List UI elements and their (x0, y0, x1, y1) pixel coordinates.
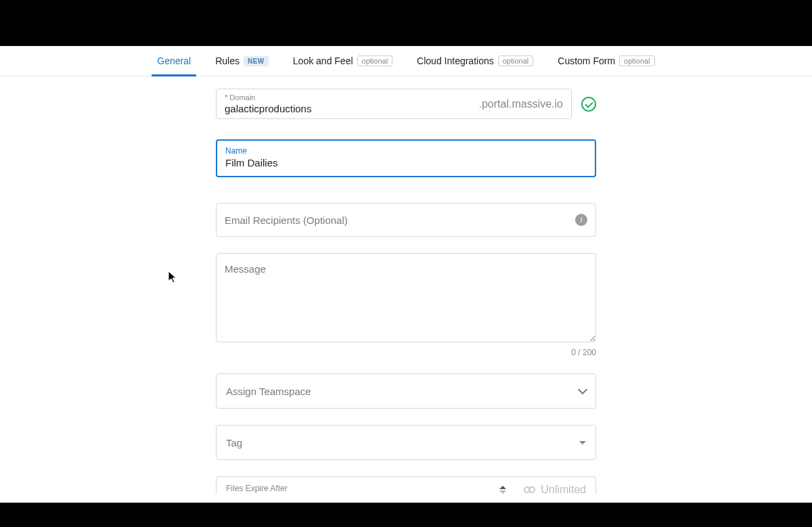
info-icon[interactable]: i (575, 214, 587, 226)
message-field-wrap (216, 253, 596, 345)
files-expire-right: Unlimited (499, 484, 586, 494)
message-textarea[interactable] (216, 253, 596, 342)
files-expire-label: Files Expire After (226, 484, 288, 493)
stepper-down-icon[interactable] (499, 490, 506, 494)
email-recipients-field[interactable]: Email Recipients (Optional) i (216, 203, 596, 237)
tab-custom-form[interactable]: Custom Form optional (556, 55, 656, 76)
tab-label: Look and Feel (293, 55, 353, 66)
tab-look-and-feel[interactable]: Look and Feel optional (292, 55, 394, 76)
teamspace-placeholder: Assign Teamspace (226, 386, 311, 397)
number-stepper[interactable] (499, 486, 506, 494)
files-expire-value: Unlimited (541, 484, 586, 494)
optional-badge: optional (498, 55, 534, 66)
content-area: General Rules NEW Look and Feel optional… (0, 46, 812, 527)
domain-value: galacticproductions (225, 103, 311, 114)
files-expire-field[interactable]: Files Expire After Unlimited (216, 476, 596, 494)
name-label: Name (225, 146, 587, 156)
domain-field[interactable]: * Domain galacticproductions .portal.mas… (216, 89, 572, 119)
tab-bar: General Rules NEW Look and Feel optional… (0, 46, 812, 76)
optional-badge: optional (357, 55, 393, 66)
tab-rules[interactable]: Rules NEW (214, 55, 270, 76)
assign-teamspace-select[interactable]: Assign Teamspace (216, 373, 596, 409)
name-field[interactable]: Name (216, 139, 596, 177)
form-area: * Domain galacticproductions .portal.mas… (216, 76, 596, 527)
check-circle-icon (581, 97, 596, 112)
tab-cloud-integrations[interactable]: Cloud Integrations optional (415, 55, 535, 76)
tab-label: Custom Form (558, 55, 615, 66)
tab-label: Rules (215, 55, 240, 66)
tab-label: General (157, 55, 191, 66)
tag-select[interactable]: Tag (216, 425, 596, 460)
stepper-up-icon[interactable] (499, 486, 506, 489)
domain-suffix: .portal.massive.io (479, 98, 564, 110)
tag-placeholder: Tag (226, 437, 242, 449)
name-input[interactable] (225, 157, 587, 168)
new-badge: NEW (244, 56, 269, 66)
optional-badge: optional (619, 55, 655, 66)
message-char-count: 0 / 200 (216, 348, 596, 357)
tab-label: Cloud Integrations (417, 55, 494, 66)
domain-label: * Domain (225, 93, 311, 101)
caret-down-icon (579, 441, 586, 444)
email-recipients-placeholder: Email Recipients (Optional) (225, 214, 348, 226)
chevron-down-icon (578, 385, 587, 394)
top-bar (0, 0, 812, 46)
infinity-icon (524, 486, 535, 493)
bottom-bar (0, 503, 812, 527)
domain-row: * Domain galacticproductions .portal.mas… (216, 89, 596, 119)
tab-general[interactable]: General (156, 55, 192, 76)
